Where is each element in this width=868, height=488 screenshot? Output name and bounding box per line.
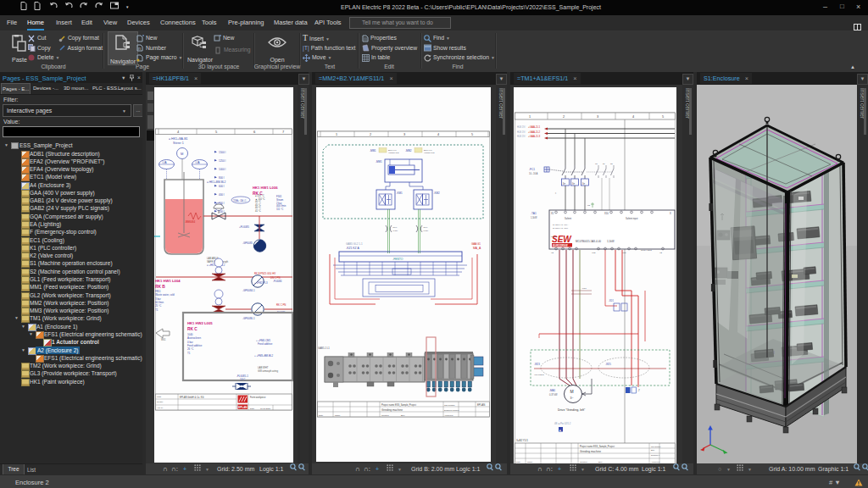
svg-text:1250 l: 1250 l — [219, 159, 226, 163]
svg-text:41 °C: 41 °C — [255, 209, 261, 213]
svg-text:21: 21 — [603, 163, 605, 165]
svg-text:0,37 kW: 0,37 kW — [549, 393, 558, 396]
svg-text:Project name ESS_Sample_P: Project name ESS_Sample_Project — [381, 403, 416, 407]
svg-text:GAB5 GL2 1-1: GAB5 GL2 1-1 — [346, 242, 363, 246]
svg-text:33: 33 — [610, 163, 613, 165]
svg-text:Drawing n: Drawing n — [651, 454, 660, 456]
svg-text:P&ID: P&ID — [157, 396, 162, 397]
svg-text:13: 13 — [595, 163, 598, 165]
svg-text:-MB2: -MB2 — [405, 149, 412, 152]
svg-text:1,5kW: 1,5kW — [531, 216, 537, 219]
svg-text:HK1 HW1 L006: HK1 HW1 L006 — [253, 186, 278, 190]
svg-text:n: n — [138, 46, 141, 51]
svg-text:M: M — [570, 389, 574, 394]
svg-text:Voltage test: Voltage test — [388, 152, 399, 154]
svg-text:HLB 19 /: HLB 19 / — [517, 125, 526, 129]
svg-text:GAA G1: GAA G1 — [471, 242, 481, 246]
svg-text:PE: PE — [587, 204, 591, 207]
svg-text:-W25: -W25 — [605, 363, 611, 366]
svg-text:3x 500VAC -10%: 3x 500VAC -10% — [553, 227, 569, 230]
svg-text:3=B2 Y1/1: 3=B2 Y1/1 — [516, 439, 528, 442]
svg-text:GW atmosph airing: GW atmosph airing — [258, 369, 278, 373]
svg-text:Safeint: Safeint — [565, 217, 571, 220]
svg-text:● 120 °C: ● 120 °C — [255, 194, 264, 197]
svg-text:40 °C: 40 °C — [255, 206, 261, 209]
svg-text:X13: X13 — [622, 252, 626, 254]
svg-text:-FESTO: -FESTO — [392, 258, 403, 261]
svg-text:8 bar: 8 bar — [424, 230, 429, 232]
svg-text:1: 1 — [529, 115, 531, 119]
svg-text:2: 2 — [563, 115, 565, 119]
svg-text:W01: W01 — [161, 338, 166, 341]
svg-text:EPLAN GmbH & Co. KG: EPLAN GmbH & Co. KG — [180, 396, 203, 399]
svg-text:= HK1+BA-B1: = HK1+BA-B1 — [169, 137, 188, 141]
svg-text:3: 3 — [597, 115, 598, 119]
svg-text:-MB1: -MB1 — [370, 149, 376, 152]
svg-text:4G1,5/BK2: 4G1,5/BK2 — [534, 374, 544, 376]
svg-text:3: 3 — [403, 133, 405, 136]
svg-text:111 °C: 111 °C — [276, 208, 283, 211]
svg-text:T1: T1 — [155, 308, 159, 312]
svg-text:-KM2: -KM2 — [434, 191, 440, 195]
svg-text:EPLAN: EPLAN — [238, 406, 247, 409]
svg-text:MA_A: MA_A — [473, 247, 481, 250]
svg-text:RK B: RK B — [155, 285, 165, 289]
svg-text:-XD1: -XD1 — [609, 299, 614, 302]
svg-text:RK C: RK C — [187, 327, 198, 331]
svg-text:-MM1: -MM1 — [376, 160, 382, 164]
svg-text:600 l: 600 l — [219, 185, 225, 188]
svg-text:+FL6085: +FL6085 — [239, 225, 249, 229]
svg-text:▲ 110 °C: ▲ 110 °C — [255, 197, 265, 201]
svg-text:1500 l: 1500 l — [219, 151, 226, 154]
svg-text:MC07B0015-5A3-4-00: MC07B0015-5A3-4-00 — [576, 240, 601, 243]
svg-text:= HK1+BM-BL2: = HK1+BM-BL2 — [207, 180, 226, 184]
svg-text:TF/TH input: TF/TH input — [641, 249, 652, 252]
svg-text:400 l: 400 l — [219, 193, 225, 197]
svg-text:-MA1: -MA1 — [549, 389, 555, 392]
svg-text:X1: X1 — [551, 212, 554, 215]
svg-text:X10: X10 — [604, 212, 609, 215]
svg-text:Grinding machine: Grinding machine — [381, 408, 403, 412]
svg-text:BPL: BPL — [401, 414, 405, 417]
svg-text:-FC1: -FC1 — [529, 168, 535, 171]
svg-text:Name: Name — [335, 414, 341, 417]
svg-text:5: 5 — [471, 133, 473, 136]
svg-text:TISA+ CA-L1: TISA+ CA-L1 — [233, 199, 247, 202]
svg-text:Voltage test: Voltage test — [424, 152, 435, 154]
svg-text:-GP6086-1: -GP6086-1 — [242, 317, 255, 320]
svg-text:5: 5 — [662, 115, 664, 119]
svg-text:App. by: App. by — [157, 407, 164, 408]
svg-text:LIA: LIA — [196, 161, 201, 164]
svg-text:Project name ESS_Sample_P: Project name ESS_Sample_Project — [580, 445, 615, 448]
svg-text:Created: Created — [381, 414, 389, 417]
svg-text:Drive “Grinding, left”: Drive “Grinding, left” — [558, 408, 586, 412]
svg-text:X: X — [670, 212, 671, 215]
svg-text:EURODRIVE: EURODRIVE — [553, 244, 569, 247]
svg-text:Grinding machine: Grinding machine — [580, 450, 601, 453]
svg-text:Stirrer 1: Stirrer 1 — [173, 141, 184, 145]
svg-text:4: 4 — [437, 133, 439, 136]
svg-text:-7: -7 — [637, 389, 640, 392]
svg-text:3~: 3~ — [570, 396, 574, 400]
svg-text:2: 2 — [370, 133, 371, 136]
svg-text:45 °C: 45 °C — [255, 203, 261, 207]
svg-text:T1: T1 — [187, 352, 191, 355]
svg-text:X2: X2 — [659, 252, 663, 254]
svg-text:HK1 HW2 L005: HK1 HW2 L005 — [187, 321, 213, 325]
svg-text:-BM6084: -BM6084 — [185, 220, 196, 224]
svg-text:Drawing number: Drawing number — [444, 409, 459, 412]
svg-text:-GP6084-1: -GP6084-1 — [242, 289, 255, 292]
svg-text:I>: I> — [572, 182, 575, 186]
svg-text:HLB 19 /: HLB 19 / — [517, 130, 526, 134]
svg-text:X12: X12 — [592, 252, 596, 254]
svg-text:RK B PN25 G50 HV: RK B PN25 G50 HV — [254, 272, 275, 275]
svg-text:-GP6085: -GP6085 — [242, 241, 253, 245]
svg-text:M: M — [181, 152, 183, 156]
svg-text:4: 4 — [632, 115, 634, 119]
svg-text:4B ►Pw 02/1.2: 4B ►Pw 02/1.2 — [554, 422, 571, 425]
svg-text:1: 1 — [336, 133, 337, 136]
svg-text:-KZ1 KZ A: -KZ1 KZ A — [346, 247, 359, 250]
svg-text:1000 l: 1000 l — [219, 168, 226, 171]
svg-text:■: ■ — [559, 429, 561, 432]
svg-text:40 °C: 40 °C — [255, 200, 261, 203]
